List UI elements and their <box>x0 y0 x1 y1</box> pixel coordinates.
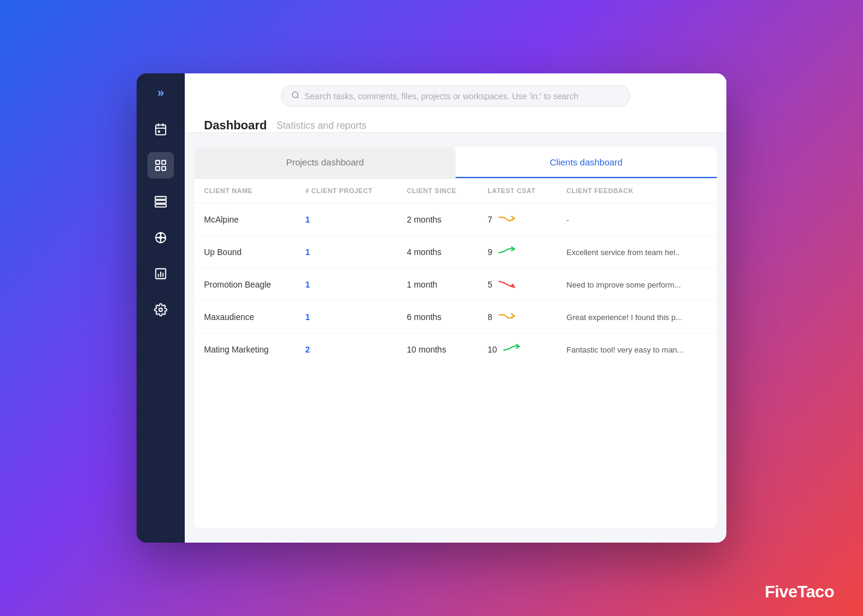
cell-client-project[interactable]: 1 <box>295 236 397 268</box>
svg-rect-7 <box>156 167 159 170</box>
brand-name-part2: Taco <box>797 582 834 601</box>
tabs-container: Projects dashboard Clients dashboard <box>194 147 717 179</box>
cell-client-project[interactable]: 1 <box>295 203 397 236</box>
cell-latest-csat: 7 <box>478 203 557 236</box>
csat-value: 9 <box>487 247 492 257</box>
cell-client-project[interactable]: 1 <box>295 301 397 333</box>
table-row[interactable]: Up Bound 1 4 months 9 Excellent service … <box>194 236 717 268</box>
cell-client-feedback: - <box>557 203 717 236</box>
breadcrumb: Dashboard Statistics and reports <box>204 119 707 132</box>
cell-client-since: 6 months <box>397 301 478 333</box>
main-content: Search tasks, comments, files, projects … <box>185 73 726 543</box>
search-bar[interactable]: Search tasks, comments, files, projects … <box>281 85 630 106</box>
svg-rect-8 <box>162 167 165 170</box>
col-header-client-name: CLIENT NAME <box>194 179 295 203</box>
trend-icon <box>497 310 516 323</box>
svg-rect-10 <box>155 200 166 203</box>
tab-projects-dashboard[interactable]: Projects dashboard <box>194 147 456 178</box>
cell-client-name: McAlpine <box>194 203 295 236</box>
svg-rect-5 <box>156 161 159 164</box>
cell-client-name: Up Bound <box>194 236 295 268</box>
col-header-client-project: # CLIENT PROJECT <box>295 179 397 203</box>
cell-client-since: 2 months <box>397 203 478 236</box>
svg-point-15 <box>159 236 162 239</box>
cell-latest-csat: 10 <box>478 333 557 366</box>
cell-client-project[interactable]: 1 <box>295 268 397 301</box>
trend-icon <box>497 278 516 291</box>
breadcrumb-sub[interactable]: Statistics and reports <box>276 120 366 131</box>
cell-client-feedback: Excellent service from team hel.. <box>557 236 717 268</box>
cell-client-name: Promotion Beagle <box>194 268 295 301</box>
svg-rect-6 <box>162 161 165 164</box>
col-header-latest-csat: LATEST CSAT <box>478 179 557 203</box>
cell-client-feedback: Need to improve some perform... <box>557 268 717 301</box>
sidebar: » <box>137 73 185 543</box>
clients-table: CLIENT NAME # CLIENT PROJECT CLIENT SINC… <box>194 179 717 365</box>
cell-client-feedback: Fantastic tool! very easy to man... <box>557 333 717 366</box>
table-header-row: CLIENT NAME # CLIENT PROJECT CLIENT SINC… <box>194 179 717 203</box>
header: Search tasks, comments, files, projects … <box>185 73 726 133</box>
sidebar-icon-layers[interactable] <box>147 188 174 215</box>
cell-client-since: 4 months <box>397 236 478 268</box>
search-icon <box>291 91 300 101</box>
cell-client-name: Maxaudience <box>194 301 295 333</box>
clients-table-container: CLIENT NAME # CLIENT PROJECT CLIENT SINC… <box>194 179 717 528</box>
svg-rect-0 <box>156 125 166 135</box>
table-row[interactable]: Maxaudience 1 6 months 8 Great experienc… <box>194 301 717 333</box>
table-row[interactable]: McAlpine 1 2 months 7 - <box>194 203 717 236</box>
table-row[interactable]: Mating Marketing 2 10 months 10 Fantasti… <box>194 333 717 366</box>
col-header-client-since: CLIENT SINCE <box>397 179 478 203</box>
trend-icon <box>502 343 521 356</box>
table-row[interactable]: Promotion Beagle 1 1 month 5 Need to imp… <box>194 268 717 301</box>
svg-point-22 <box>159 308 162 312</box>
search-placeholder-text: Search tasks, comments, files, projects … <box>305 91 620 101</box>
csat-value: 10 <box>487 345 497 354</box>
cell-client-project[interactable]: 2 <box>295 333 397 366</box>
svg-point-17 <box>164 236 166 239</box>
col-header-client-feedback: CLIENT FEEDBACK <box>557 179 717 203</box>
trend-icon <box>497 213 516 226</box>
csat-value: 7 <box>487 215 492 224</box>
sidebar-icon-calendar[interactable] <box>147 116 174 143</box>
csat-value: 5 <box>487 280 492 289</box>
cell-client-name: Mating Marketing <box>194 333 295 366</box>
svg-point-16 <box>159 233 162 235</box>
svg-rect-9 <box>155 197 166 200</box>
trend-icon <box>497 245 516 258</box>
page-title: Dashboard <box>204 119 267 132</box>
svg-rect-4 <box>158 131 160 133</box>
csat-value: 8 <box>487 312 492 322</box>
tab-clients-dashboard[interactable]: Clients dashboard <box>456 147 717 178</box>
content-area: Projects dashboard Clients dashboard CLI… <box>185 133 726 543</box>
sidebar-icon-dashboard[interactable] <box>147 152 174 179</box>
cell-client-since: 1 month <box>397 268 478 301</box>
svg-point-23 <box>292 92 298 97</box>
cell-latest-csat: 8 <box>478 301 557 333</box>
cell-client-feedback: Great experience! I found this p... <box>557 301 717 333</box>
sidebar-icon-settings[interactable] <box>147 297 174 323</box>
cell-client-since: 10 months <box>397 333 478 366</box>
sidebar-icon-reports[interactable] <box>147 260 174 287</box>
sidebar-toggle-button[interactable]: » <box>157 85 164 99</box>
brand-logo: FiveTaco <box>765 582 834 602</box>
svg-line-24 <box>297 97 299 99</box>
sidebar-icon-integration[interactable] <box>147 224 174 251</box>
app-container: » <box>137 73 726 543</box>
cell-latest-csat: 5 <box>478 268 557 301</box>
brand-name-part1: Five <box>765 582 797 601</box>
cell-latest-csat: 9 <box>478 236 557 268</box>
svg-rect-11 <box>155 205 166 208</box>
